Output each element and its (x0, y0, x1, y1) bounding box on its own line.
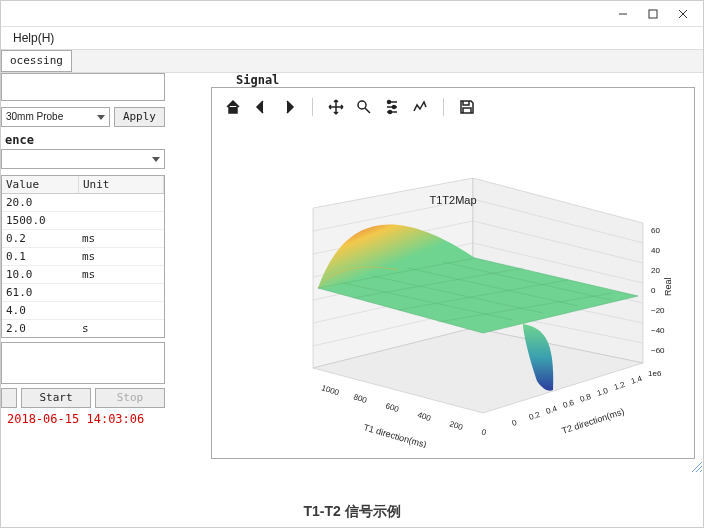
svg-line-60 (700, 470, 702, 472)
minimize-button[interactable] (609, 4, 637, 24)
titlebar (1, 1, 703, 27)
menu-help[interactable]: Help(H) (7, 31, 60, 45)
sequence-group-title: ence (5, 133, 171, 147)
svg-text:0.8: 0.8 (579, 392, 593, 404)
table-row[interactable]: 2.0s (2, 320, 164, 337)
back-icon[interactable] (252, 98, 270, 116)
svg-text:−40: −40 (651, 326, 665, 335)
plot-toolbar (218, 94, 688, 120)
timestamp: 2018-06-15 14:03:06 (7, 412, 165, 426)
table-row[interactable]: 4.0 (2, 302, 164, 320)
svg-text:400: 400 (416, 410, 432, 423)
svg-text:40: 40 (651, 246, 660, 255)
app-window: Help(H) ocessing 30mm Probe Apply ence V… (0, 0, 704, 528)
svg-text:0: 0 (651, 286, 656, 295)
svg-text:0: 0 (511, 418, 519, 428)
plot-panel: 60 40 20 0 −20 −40 −60 Real 1000 800 600… (211, 87, 695, 459)
table-row[interactable]: 0.2ms (2, 230, 164, 248)
home-icon[interactable] (224, 98, 242, 116)
svg-text:1.0: 1.0 (596, 386, 610, 398)
maximize-button[interactable] (639, 4, 667, 24)
configure-icon[interactable] (383, 98, 401, 116)
svg-text:0.4: 0.4 (545, 404, 559, 416)
table-row[interactable]: 1500.0 (2, 212, 164, 230)
tabstrip: ocessing (1, 49, 703, 73)
svg-point-4 (358, 101, 366, 109)
svg-text:−20: −20 (651, 306, 665, 315)
figure-caption: T1-T2 信号示例 (1, 503, 703, 521)
y-axis-label: T2 direction(ms) (561, 406, 626, 436)
svg-text:0.2: 0.2 (528, 410, 542, 422)
edit-icon[interactable] (411, 98, 429, 116)
svg-line-5 (365, 108, 370, 113)
probe-select[interactable]: 30mm Probe (1, 107, 110, 127)
apply-button[interactable]: Apply (114, 107, 165, 127)
svg-point-10 (393, 106, 396, 109)
svg-text:1e6: 1e6 (648, 369, 662, 378)
table-row[interactable]: 10.0ms (2, 266, 164, 284)
svg-text:20: 20 (651, 266, 660, 275)
resize-grip[interactable] (689, 459, 703, 473)
pan-icon[interactable] (327, 98, 345, 116)
svg-text:0.6: 0.6 (562, 398, 576, 410)
menubar: Help(H) (1, 27, 703, 49)
svg-rect-1 (649, 10, 657, 18)
svg-point-11 (389, 111, 392, 114)
svg-text:800: 800 (352, 392, 368, 405)
left-panel: 30mm Probe Apply ence Value Unit 20.0 15… (1, 73, 171, 467)
tab-processing[interactable]: ocessing (1, 50, 72, 72)
table-row[interactable]: 0.1ms (2, 248, 164, 266)
sequence-select[interactable] (1, 149, 165, 169)
x-axis-label: T1 direction(ms) (362, 422, 427, 448)
top-input[interactable] (1, 73, 165, 101)
svg-text:200: 200 (448, 419, 464, 432)
svg-text:1.4: 1.4 (630, 374, 644, 386)
col-value: Value (2, 176, 79, 193)
log-box[interactable] (1, 342, 165, 384)
stop-button[interactable]: Stop (95, 388, 165, 408)
table-row[interactable]: 20.0 (2, 194, 164, 212)
svg-text:1000: 1000 (320, 383, 340, 397)
chart-title: T1T2Map (222, 194, 684, 206)
col-unit: Unit (79, 176, 164, 193)
svg-text:0: 0 (480, 427, 488, 437)
svg-text:−60: −60 (651, 346, 665, 355)
chart-3d[interactable]: 60 40 20 0 −20 −40 −60 Real 1000 800 600… (222, 128, 684, 448)
z-axis-label: Real (663, 277, 673, 296)
start-button[interactable]: Start (21, 388, 91, 408)
signal-label: Signal (236, 73, 279, 87)
param-table: Value Unit 20.0 1500.0 0.2ms 0.1ms 10.0m… (1, 175, 165, 338)
svg-text:600: 600 (384, 401, 400, 414)
zoom-icon[interactable] (355, 98, 373, 116)
svg-text:1.2: 1.2 (613, 380, 627, 392)
svg-text:60: 60 (651, 226, 660, 235)
save-icon[interactable] (458, 98, 476, 116)
svg-point-9 (388, 101, 391, 104)
table-row[interactable]: 61.0 (2, 284, 164, 302)
close-button[interactable] (669, 4, 697, 24)
forward-icon[interactable] (280, 98, 298, 116)
aux-button[interactable] (1, 388, 17, 408)
